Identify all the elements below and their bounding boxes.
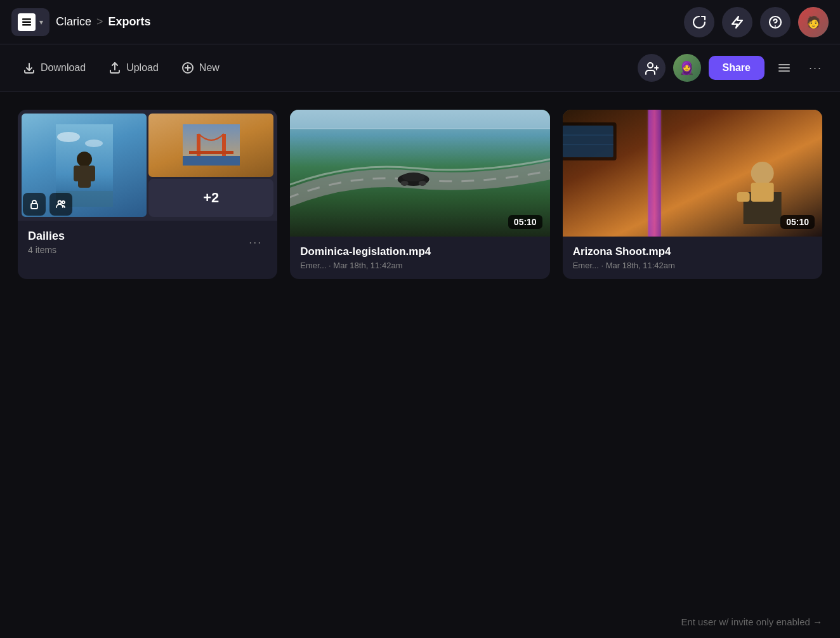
svg-point-36 [401, 181, 409, 186]
add-member-button[interactable] [638, 54, 666, 82]
toolbar: Download Upload New [0, 44, 840, 92]
folder-card-dailies[interactable]: +2 [18, 110, 277, 279]
svg-point-37 [419, 181, 426, 186]
logo-icon [18, 13, 36, 31]
refresh-button[interactable] [684, 7, 714, 37]
lightning-button[interactable] [722, 7, 752, 37]
svg-point-19 [85, 140, 103, 147]
nav-right: 🧑 [684, 7, 829, 37]
svg-rect-46 [737, 192, 749, 202]
video-meta-dominica: Emer... · Mar 18th, 11:42am [300, 261, 539, 270]
svg-rect-0 [22, 18, 31, 20]
toolbar-right: 🧕 Share ··· [638, 54, 827, 82]
workspace-menu-button[interactable]: ▾ [11, 8, 49, 36]
video-card-dominica[interactable]: 05:10 Dominica-legislation.mp4 Emer... ·… [290, 110, 549, 279]
content-area: +2 [0, 92, 840, 297]
download-label: Download [41, 62, 86, 74]
files-grid: +2 [18, 110, 822, 279]
folder-icon-badges [23, 193, 72, 216]
svg-rect-29 [183, 156, 240, 166]
nav-left: ▾ Clarice > Exports [11, 8, 151, 36]
user-avatar-button[interactable]: 🧑 [798, 7, 829, 37]
footer-status-text: Ent user w/ invite only enabled → [681, 616, 822, 627]
video-card-arizona[interactable]: 05:10 Arizona Shoot.mp4 Emer... · Mar 18… [563, 110, 822, 279]
team-badge [49, 193, 72, 216]
svg-rect-47 [648, 110, 660, 237]
folder-name: Dailies [28, 230, 65, 243]
video-name-dominica: Dominica-legislation.mp4 [300, 245, 539, 258]
svg-rect-23 [89, 166, 95, 181]
upload-button[interactable]: Upload [98, 56, 169, 79]
download-button[interactable]: Download [13, 56, 96, 79]
workspace-chevron-icon: ▾ [39, 18, 43, 27]
svg-point-18 [57, 132, 80, 142]
list-view-icon [777, 61, 791, 75]
svg-rect-38 [290, 110, 549, 129]
add-person-icon [645, 61, 659, 75]
share-label: Share [723, 62, 751, 73]
svg-point-35 [402, 173, 425, 181]
breadcrumb-separator: > [96, 15, 103, 29]
svg-point-32 [62, 201, 65, 204]
video-thumbnail-arizona: 05:10 [563, 110, 822, 237]
folder-preview-bridge [148, 114, 273, 177]
video-info-arizona: Arizona Shoot.mp4 Emer... · Mar 18th, 11… [563, 237, 822, 279]
svg-marker-3 [732, 16, 742, 28]
breadcrumb-workspace: Clarice [56, 15, 91, 29]
video-meta-arizona: Emer... · Mar 18th, 11:42am [573, 261, 812, 270]
breadcrumb-current: Exports [108, 15, 151, 29]
svg-point-31 [58, 201, 62, 204]
video-name-arizona: Arizona Shoot.mp4 [573, 245, 812, 258]
collaborator-avatar[interactable]: 🧕 [673, 54, 701, 82]
svg-rect-45 [751, 183, 773, 202]
svg-rect-49 [563, 126, 614, 157]
video-duration-dominica: 05:10 [508, 215, 542, 229]
svg-rect-22 [74, 166, 80, 181]
user-avatar: 🧑 [798, 7, 829, 37]
folder-preview-2 [148, 114, 273, 177]
share-button[interactable]: Share [709, 56, 765, 80]
folder-meta: 4 items [28, 245, 65, 255]
new-button[interactable]: New [171, 56, 230, 79]
svg-rect-2 [22, 24, 31, 26]
folder-thumbnail: +2 [18, 110, 277, 221]
list-view-button[interactable] [772, 56, 796, 80]
svg-rect-30 [31, 204, 37, 209]
footer-bar: Ent user w/ invite only enabled → [0, 606, 840, 638]
breadcrumb: Clarice > Exports [56, 15, 151, 29]
new-icon [181, 62, 194, 74]
folder-extra-count: +2 [148, 179, 273, 218]
video-duration-arizona: 05:10 [780, 215, 815, 229]
svg-point-20 [77, 152, 92, 167]
new-label: New [199, 62, 220, 74]
toolbar-actions: Download Upload New [13, 56, 635, 79]
svg-point-44 [751, 162, 773, 185]
svg-point-11 [648, 63, 653, 68]
lock-badge [23, 193, 46, 216]
folder-more-button[interactable]: ··· [244, 233, 267, 252]
help-button[interactable] [760, 7, 791, 37]
upload-label: Upload [126, 62, 159, 74]
upload-icon [108, 62, 121, 74]
top-nav: ▾ Clarice > Exports 🧑 [0, 0, 840, 44]
more-options-icon: ··· [809, 62, 822, 75]
more-options-button[interactable]: ··· [804, 56, 827, 80]
video-info-dominica: Dominica-legislation.mp4 Emer... · Mar 1… [290, 237, 549, 279]
download-icon [23, 62, 36, 74]
folder-info: Dailies 4 items ··· [18, 221, 277, 264]
video-thumbnail-dominica: 05:10 [290, 110, 549, 237]
svg-rect-28 [189, 151, 233, 154]
svg-rect-1 [22, 21, 31, 23]
folder-details: Dailies 4 items [28, 230, 65, 255]
